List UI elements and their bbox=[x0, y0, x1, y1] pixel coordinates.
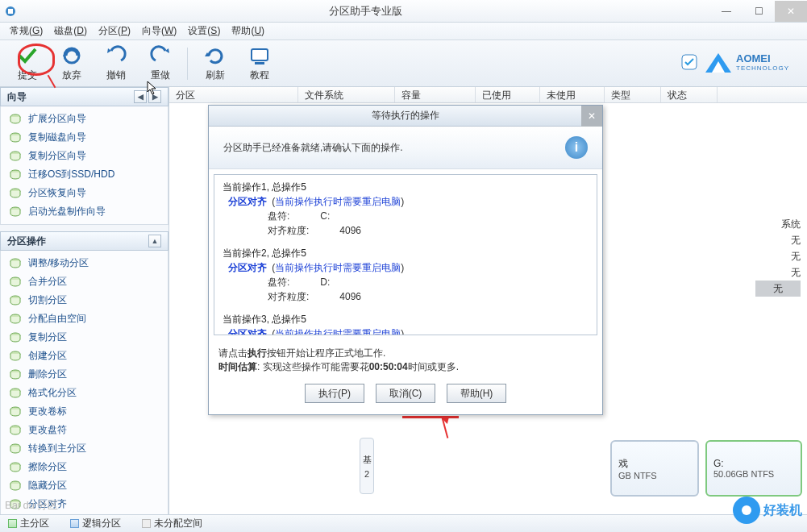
disk-icon bbox=[9, 206, 22, 218]
info-cell: 系统 bbox=[755, 216, 801, 232]
refresh-icon bbox=[204, 44, 227, 67]
dialog-operations-list[interactable]: 当前操作1, 总操作5 分区对齐 (当前操作执行时需要重启电脑)盘符:C:对齐粒… bbox=[214, 174, 597, 335]
wizard-item-5[interactable]: 启动光盘制作向导 bbox=[1, 202, 168, 221]
menu-p[interactable]: 分区(P) bbox=[94, 23, 135, 39]
nav-label: 合并分区 bbox=[28, 275, 67, 289]
disk-icon bbox=[9, 480, 22, 493]
submit-button[interactable]: 提交 bbox=[5, 41, 49, 85]
col-5[interactable]: 类型 bbox=[605, 87, 661, 102]
minimize-button[interactable]: — bbox=[710, 1, 743, 22]
col-1[interactable]: 文件系统 bbox=[298, 87, 395, 102]
watermark-dot-icon bbox=[733, 497, 760, 524]
info-cell: 无 bbox=[755, 232, 801, 248]
disk-icon bbox=[9, 168, 22, 181]
ops-item-9[interactable]: 更改盘符 bbox=[1, 421, 168, 439]
panel-nav-right[interactable]: ▶ bbox=[148, 90, 161, 103]
dialog-close-button[interactable]: ✕ bbox=[581, 106, 602, 127]
ops-panel-title: 分区操作 bbox=[7, 235, 46, 248]
ops-item-0[interactable]: 调整/移动分区 bbox=[1, 254, 168, 272]
collapse-up-icon[interactable]: ▲ bbox=[148, 235, 161, 247]
refresh-button[interactable]: 刷新 bbox=[193, 41, 237, 85]
ops-item-7[interactable]: 格式化分区 bbox=[1, 384, 168, 402]
menu-w[interactable]: 向导(W) bbox=[137, 23, 181, 39]
dialog-footer: 请点击执行按钮开始让程序正式地工作. 时间估算: 实现这些操作可能需要花00:5… bbox=[209, 340, 602, 414]
ops-item-12[interactable]: 隐藏分区 bbox=[1, 476, 168, 495]
nav-label: 删除分区 bbox=[28, 368, 67, 381]
col-0[interactable]: 分区 bbox=[169, 87, 298, 102]
legend-gray: 未分配空间 bbox=[142, 517, 202, 530]
svg-rect-4 bbox=[255, 62, 264, 64]
dialog-note-2: 时间估算: 实现这些操作可能需要花00:50:04时间或更多. bbox=[218, 360, 593, 374]
execute-button[interactable]: 执行(P) bbox=[305, 384, 364, 403]
pending-operations-dialog: 等待执行的操作 ✕ 分区助手已经准备就绪,请确认下面的操作. i 当前操作1, … bbox=[208, 105, 603, 415]
legend-blue: 逻辑分区 bbox=[70, 517, 121, 530]
cancel-button[interactable]: 取消(C) bbox=[376, 384, 435, 403]
check-badge-icon bbox=[681, 54, 697, 70]
menu-g[interactable]: 常规(G) bbox=[5, 23, 48, 39]
col-3[interactable]: 已使用 bbox=[476, 87, 540, 102]
info-cell-selected[interactable]: 无 bbox=[755, 281, 801, 297]
wizard-panel-header[interactable]: 向导 ◀▶ bbox=[0, 87, 168, 106]
col-4[interactable]: 未使用 bbox=[540, 87, 605, 102]
wizard-item-4[interactable]: 分区恢复向导 bbox=[1, 184, 168, 202]
disk-icon bbox=[9, 461, 22, 474]
redo-button[interactable]: 重做 bbox=[138, 41, 182, 85]
nav-label: 分配自由空间 bbox=[28, 312, 86, 326]
wizard-item-1[interactable]: 复制磁盘向导 bbox=[1, 128, 168, 147]
discard-button[interactable]: 放弃 bbox=[49, 41, 94, 85]
disk-icon bbox=[9, 187, 22, 200]
wizard-panel-title: 向导 bbox=[7, 90, 27, 104]
maximize-button[interactable]: ☐ bbox=[743, 1, 775, 22]
ops-item-11[interactable]: 擦除分区 bbox=[1, 458, 168, 476]
dialog-title-bar[interactable]: 等待执行的操作 ✕ bbox=[209, 106, 602, 127]
menu-d[interactable]: 磁盘(D) bbox=[49, 23, 92, 39]
ops-panel: 分区操作 ▲ 调整/移动分区合并分区切割分区分配自由空间复制分区创建分区删除分区… bbox=[0, 231, 168, 514]
nav-label: 更改盘符 bbox=[28, 423, 67, 437]
wizard-item-3[interactable]: 迁移OS到SSD/HDD bbox=[1, 165, 168, 184]
close-button[interactable]: ✕ bbox=[775, 1, 807, 22]
nav-label: 更改卷标 bbox=[28, 405, 67, 418]
info-cell: 无 bbox=[755, 264, 801, 281]
menu-s[interactable]: 设置(S) bbox=[183, 23, 225, 39]
dialog-info-text: 分区助手已经准备就绪,请确认下面的操作. bbox=[223, 141, 565, 155]
brand-logo: AOMEI TECHNOLOGY bbox=[681, 48, 801, 76]
ops-item-3[interactable]: 分配自由空间 bbox=[1, 310, 168, 328]
tutorial-button[interactable]: 教程 bbox=[237, 41, 281, 85]
svg-rect-3 bbox=[252, 49, 268, 60]
app-icon bbox=[0, 1, 21, 22]
nav-label: 迁移OS到SSD/HDD bbox=[28, 168, 114, 181]
nav-label: 复制分区向导 bbox=[28, 149, 86, 163]
nav-label: 切割分区 bbox=[28, 293, 67, 307]
ops-item-10[interactable]: 转换到主分区 bbox=[1, 439, 168, 458]
nav-label: 复制磁盘向导 bbox=[28, 131, 86, 144]
column-headers: 分区文件系统容量已使用未使用类型状态 bbox=[169, 87, 807, 103]
ops-item-1[interactable]: 合并分区 bbox=[1, 272, 168, 291]
wizard-item-2[interactable]: 复制分区向导 bbox=[1, 147, 168, 165]
ops-item-4[interactable]: 复制分区 bbox=[1, 328, 168, 347]
col-6[interactable]: 状态 bbox=[661, 87, 718, 102]
title-bar: 分区助手专业版 — ☐ ✕ bbox=[0, 0, 807, 23]
window-title: 分区助手专业版 bbox=[21, 4, 710, 19]
disk-icon bbox=[9, 331, 22, 344]
ops-item-2[interactable]: 切割分区 bbox=[1, 291, 168, 310]
ops-item-5[interactable]: 创建分区 bbox=[1, 347, 168, 365]
wizard-item-0[interactable]: 扩展分区向导 bbox=[1, 110, 168, 128]
undo-button[interactable]: 撤销 bbox=[94, 41, 138, 85]
menu-u[interactable]: 帮助(U) bbox=[227, 23, 269, 39]
disk-icon bbox=[9, 424, 22, 437]
ops-panel-header[interactable]: 分区操作 ▲ bbox=[0, 231, 168, 251]
nav-label: 复制分区 bbox=[28, 330, 67, 344]
menu-bar: 常规(G)磁盘(D)分区(P)向导(W)设置(S)帮助(U) bbox=[0, 23, 807, 40]
ops-item-8[interactable]: 更改卷标 bbox=[1, 402, 168, 421]
wizard-panel: 向导 ◀▶ 扩展分区向导复制磁盘向导复制分区向导迁移OS到SSD/HDD分区恢复… bbox=[0, 87, 168, 225]
operation-block: 当前操作3, 总操作5 分区对齐 (当前操作执行时需要重启电脑)盘符:E:对齐粒… bbox=[223, 312, 589, 335]
partition-bar[interactable]: 戏GB NTFS bbox=[610, 440, 699, 497]
ops-item-6[interactable]: 删除分区 bbox=[1, 365, 168, 384]
help-button[interactable]: 帮助(H) bbox=[447, 384, 506, 403]
partition-bar[interactable]: G:50.06GB NTFS bbox=[705, 440, 802, 497]
col-2[interactable]: 容量 bbox=[395, 87, 476, 102]
panel-nav-left[interactable]: ◀ bbox=[134, 90, 147, 103]
partition-info-column: 系统无无无无 bbox=[755, 216, 801, 297]
disk-icon bbox=[9, 113, 22, 126]
undo-icon bbox=[105, 44, 127, 67]
